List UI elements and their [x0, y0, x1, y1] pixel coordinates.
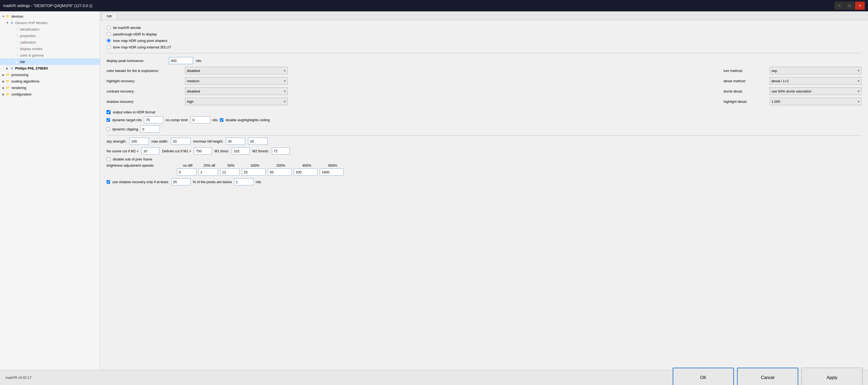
no-compr-limit-input[interactable] [191, 116, 210, 123]
dumb-desat-select[interactable]: use 50% dumb saturation disabled [770, 87, 862, 95]
left-col: color tweaks for fire & explosions: disa… [106, 67, 713, 108]
radio-label-tone-map-3dlut: tone map HDR using external 3DLUT [113, 45, 171, 49]
sidebar-item-rendering[interactable]: ▶ 📁 rendering [0, 84, 100, 91]
app-title: madVR settings - "DESKTOP-Q4QM1F8" (127.… [3, 3, 92, 8]
speed-header-100pct: 100% [242, 164, 268, 168]
disable-sub-prev-frame-checkbox[interactable] [106, 157, 111, 161]
sidebar-item-scaling-algorithms[interactable]: ▶ 📁 scaling algorithms [0, 78, 100, 84]
sidebar: ▼ 📁 devices ▼ 🖥 Generic PnP Monitor 📄 id… [0, 11, 100, 370]
monitor-icon-pnp: 🖥 [9, 20, 14, 25]
lum-method-wrapper: sep lum max ▼ [770, 67, 862, 75]
color-tweaks-wrapper: disabled low medium high ▼ [185, 67, 288, 75]
radio-let-madvr[interactable] [106, 25, 111, 30]
spacer-color-gamma [10, 54, 14, 57]
contrast-recovery-row: contrast recovery: disabled low medium h… [106, 87, 713, 95]
spacer-identification [10, 28, 14, 31]
highlight-desat-label: highlight desat: [723, 99, 767, 103]
color-tweaks-label: color tweaks for fire & explosions: [106, 69, 182, 73]
output-hdr-row: output video in HDR format [106, 110, 862, 114]
min-hill-height-input[interactable] [226, 138, 245, 145]
radio-label-passthrough: passthrough HDR to display [113, 32, 157, 36]
display-peak-luminance-row: display peak luminance: nits [106, 57, 862, 64]
contrast-recovery-select[interactable]: disabled low medium high [185, 87, 288, 95]
speed-input-20pct[interactable] [198, 169, 218, 176]
dynamic-clipping-checkbox[interactable] [106, 127, 110, 131]
tab-hdr[interactable]: hdr [102, 12, 117, 20]
maximize-button[interactable]: □ [845, 2, 855, 10]
sidebar-item-calibration[interactable]: 📄 calibration [0, 39, 100, 46]
display-peak-luminance-label: display peak luminance: [106, 59, 166, 63]
dynamic-target-nits-input[interactable] [144, 116, 163, 123]
no-scene-cut-input[interactable] [142, 147, 159, 154]
shadow-recovery-select[interactable]: disabled low medium high [185, 98, 288, 105]
shadow-recovery-threshold-input[interactable] [171, 178, 191, 185]
lum-method-select[interactable]: sep lum max [770, 67, 862, 75]
hdr-mode-group: let madVR decide passthrough HDR to disp… [106, 25, 862, 49]
speed-input-no-diff[interactable] [177, 169, 196, 176]
max-width-input[interactable] [171, 138, 190, 145]
radio-tone-map-pixel[interactable] [106, 38, 111, 43]
highlight-desat-select[interactable]: 1.000 0.900 0.800 [770, 98, 862, 105]
separator-2 [106, 135, 862, 136]
output-hdr-label: output video in HDR format [113, 110, 155, 114]
desat-method-select[interactable]: desat i 1+2 desat i 1 desat i 2 [770, 77, 862, 85]
use-shadow-recovery-label: use shadow recovery only if at least: [112, 180, 169, 184]
sidebar-item-properties[interactable]: 📄 properties [0, 32, 100, 39]
title-bar: madVR settings - "DESKTOP-Q4QM1F8" (127.… [0, 0, 868, 11]
sidebar-item-generic-pnp[interactable]: ▼ 🖥 Generic PnP Monitor [0, 20, 100, 26]
sidebar-item-processing[interactable]: ▶ 📁 processing [0, 71, 100, 78]
right-panel: hdr let madVR decide passthrough HDR to … [100, 11, 868, 370]
speed-cell-20pct [198, 169, 220, 176]
minimize-button[interactable]: ─ [834, 2, 844, 10]
sky-strength-input[interactable] [129, 138, 149, 145]
sidebar-item-hdr[interactable]: 📄 hdr [0, 58, 100, 65]
definite-cut-input[interactable] [194, 147, 212, 154]
highlight-recovery-select[interactable]: disabled low medium high [185, 77, 288, 85]
use-shadow-recovery-checkbox[interactable] [106, 180, 110, 184]
speed-cell-no-diff [177, 169, 198, 176]
radio-tone-map-3dlut[interactable] [106, 45, 111, 49]
close-button[interactable]: ✕ [855, 2, 865, 10]
output-hdr-checkbox[interactable] [106, 110, 111, 114]
dynamic-clipping-input[interactable] [141, 125, 160, 132]
speed-cell-100pct [242, 169, 268, 176]
sidebar-item-identification[interactable]: 📄 identification [0, 26, 100, 32]
speed-input-200pct[interactable] [268, 169, 291, 176]
sidebar-item-color-gamma[interactable]: 📄 color & gamma [0, 52, 100, 58]
display-peak-luminance-input[interactable] [169, 57, 193, 64]
color-tweaks-row: color tweaks for fire & explosions: disa… [106, 67, 713, 75]
shadow-recovery-wrapper: disabled low medium high ▼ [185, 98, 288, 105]
dynamic-target-nits-checkbox[interactable] [106, 118, 110, 122]
sidebar-item-configuration[interactable]: ▶ 📁 configuration [0, 91, 100, 97]
monitor-icon-philips: 🖥 [9, 66, 14, 70]
sidebar-item-display-modes[interactable]: 📄 display modes [0, 46, 100, 52]
sidebar-item-devices[interactable]: ▼ 📁 devices [0, 13, 100, 20]
expand-arrow-processing: ▶ [2, 73, 5, 76]
m1-thres-input[interactable] [232, 147, 250, 154]
speed-cell-400pct [294, 169, 320, 176]
m2-thresh-input[interactable] [272, 147, 290, 154]
speed-input-400pct[interactable] [294, 169, 317, 176]
max-hill-height-input[interactable] [248, 138, 268, 145]
disable-avg-highlights-checkbox[interactable] [220, 118, 223, 122]
page-icon-hdr: 📄 [14, 59, 19, 64]
speed-input-100pct[interactable] [242, 169, 266, 176]
folder-icon-configuration: 📁 [5, 92, 10, 97]
ok-button[interactable]: OK [673, 368, 734, 385]
desat-method-wrapper: desat i 1+2 desat i 1 desat i 2 ▼ [770, 77, 862, 85]
spacer-properties [10, 34, 14, 37]
color-tweaks-select[interactable]: disabled low medium high [185, 67, 288, 75]
radio-passthrough[interactable] [106, 32, 111, 36]
cancel-button[interactable]: Cancel [737, 368, 798, 385]
sidebar-item-philips[interactable]: ▶ 🖥 Philips PHL 276E8V [0, 65, 100, 71]
speed-input-800pct[interactable] [320, 169, 343, 176]
radio-label-tone-map-pixel: tone map HDR using pixel shaders [113, 39, 167, 43]
contrast-recovery-wrapper: disabled low medium high ▼ [185, 87, 288, 95]
dynamic-clipping-row: dynamic clipping [106, 125, 862, 132]
sidebar-label-philips: Philips PHL 276E8V [15, 66, 48, 70]
page-icon-color-gamma: 📄 [14, 53, 19, 58]
shadow-recovery-nits-input[interactable] [234, 178, 253, 185]
sky-row: sky strength: max width: min/max hill he… [106, 138, 862, 145]
speed-input-50pct[interactable] [220, 169, 240, 176]
apply-button[interactable]: Apply [802, 368, 863, 385]
